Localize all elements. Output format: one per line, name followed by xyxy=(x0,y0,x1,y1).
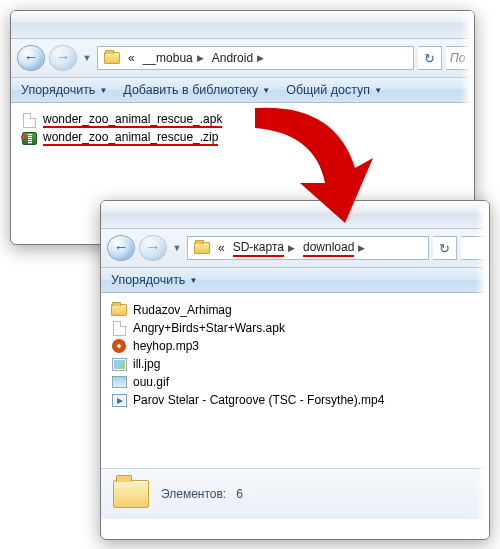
video-icon xyxy=(111,392,127,408)
history-dropdown[interactable]: ▼ xyxy=(81,45,93,71)
file-name: ill.jpg xyxy=(133,357,160,371)
folder-icon xyxy=(104,50,120,66)
breadcrumb-item[interactable]: __mobua▶ xyxy=(139,47,208,69)
list-item[interactable]: Parov Stelar - Catgroove (TSC - Forsythe… xyxy=(107,391,483,409)
back-button[interactable]: ← xyxy=(17,45,45,71)
list-item[interactable]: ill.jpg xyxy=(107,355,483,373)
list-item[interactable]: Angry+Birds+Star+Wars.apk xyxy=(107,319,483,337)
forward-button[interactable]: → xyxy=(49,45,77,71)
list-item[interactable]: wonder_zoo_animal_rescue_.apk xyxy=(17,111,468,129)
breadcrumb[interactable]: « __mobua▶ Android▶ xyxy=(97,46,414,70)
file-name: wonder_zoo_animal_rescue_.zip xyxy=(43,130,218,146)
add-to-library-menu[interactable]: Добавить в библиотеку▼ xyxy=(123,83,270,97)
folder-icon xyxy=(194,240,210,256)
folder-icon xyxy=(111,477,151,511)
file-icon xyxy=(111,320,127,336)
organize-menu[interactable]: Упорядочить▼ xyxy=(21,83,107,97)
breadcrumb-item[interactable]: download▶ xyxy=(299,237,369,259)
nav-row: ← → ▼ « __mobua▶ Android▶ ↻ По xyxy=(11,39,474,78)
audio-icon xyxy=(111,338,127,354)
refresh-button[interactable]: ↻ xyxy=(433,236,457,260)
share-menu[interactable]: Общий доступ▼ xyxy=(286,83,382,97)
list-item[interactable]: Rudazov_Arhimag xyxy=(107,301,483,319)
folder-icon xyxy=(111,302,127,318)
file-name: Parov Stelar - Catgroove (TSC - Forsythe… xyxy=(133,393,384,407)
file-name: Angry+Birds+Star+Wars.apk xyxy=(133,321,285,335)
organize-menu[interactable]: Упорядочить▼ xyxy=(111,273,197,287)
file-list: Rudazov_Arhimag Angry+Birds+Star+Wars.ap… xyxy=(101,293,489,468)
toolbar: Упорядочить▼ Добавить в библиотеку▼ Общи… xyxy=(11,78,474,103)
file-name: Rudazov_Arhimag xyxy=(133,303,232,317)
breadcrumb-overflow[interactable]: « xyxy=(124,47,139,69)
file-name: ouu.gif xyxy=(133,375,169,389)
status-bar: Элементов: 6 xyxy=(101,468,489,519)
list-item[interactable]: ouu.gif xyxy=(107,373,483,391)
status-count: 6 xyxy=(236,487,243,501)
breadcrumb-item[interactable]: SD-карта▶ xyxy=(229,237,299,259)
edge-fade xyxy=(476,201,490,539)
image-icon xyxy=(111,374,127,390)
titlebar[interactable] xyxy=(101,201,489,229)
file-name: wonder_zoo_animal_rescue_.apk xyxy=(43,112,222,128)
toolbar: Упорядочить▼ xyxy=(101,268,489,293)
archive-icon xyxy=(21,130,37,146)
file-name: heyhop.mp3 xyxy=(133,339,199,353)
breadcrumb[interactable]: « SD-карта▶ download▶ xyxy=(187,236,429,260)
file-icon xyxy=(21,112,37,128)
explorer-window-target: ← → ▼ « SD-карта▶ download▶ ↻ Упорядочит… xyxy=(100,200,490,540)
list-item[interactable]: heyhop.mp3 xyxy=(107,337,483,355)
status-label: Элементов: xyxy=(161,487,226,501)
nav-row: ← → ▼ « SD-карта▶ download▶ ↻ xyxy=(101,229,489,268)
back-button[interactable]: ← xyxy=(107,235,135,261)
history-dropdown[interactable]: ▼ xyxy=(171,235,183,261)
titlebar[interactable] xyxy=(11,11,474,39)
refresh-button[interactable]: ↻ xyxy=(418,46,442,70)
breadcrumb-overflow[interactable]: « xyxy=(214,237,229,259)
image-icon xyxy=(111,356,127,372)
breadcrumb-item[interactable]: Android▶ xyxy=(208,47,268,69)
list-item[interactable]: wonder_zoo_animal_rescue_.zip xyxy=(17,129,468,147)
forward-button[interactable]: → xyxy=(139,235,167,261)
